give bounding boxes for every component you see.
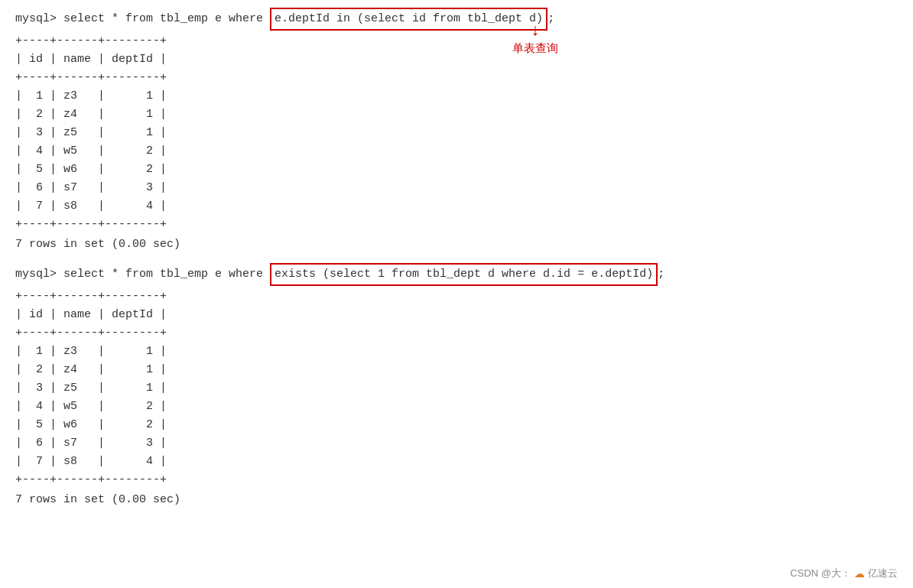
- query-block-2: mysql> select * from tbl_emp e where exi…: [15, 263, 898, 509]
- query-block-1: mysql> select * from tbl_emp e where e.d…: [15, 8, 898, 254]
- table1-sep-top: +----+------+--------+: [15, 32, 898, 50]
- table1-header: | id | name | deptId |: [15, 50, 898, 69]
- table2-header: | id | name | deptId |: [15, 306, 898, 324]
- query2-semicolon: ;: [658, 265, 664, 284]
- table1-row-4: | 5 | w6 | 2 |: [15, 161, 898, 179]
- table1-row-6: | 7 | s8 | 4 |: [15, 197, 898, 216]
- table2-row-4: | 5 | w6 | 2 |: [15, 416, 898, 434]
- table1-sep-bottom: +----+------+--------+: [15, 216, 898, 234]
- rows-info-1: 7 rows in set (0.00 sec): [15, 236, 898, 254]
- table2-row-3: | 4 | w5 | 2 |: [15, 398, 898, 416]
- arrow-down-icon: ↓: [530, 23, 540, 40]
- cloud-icon: ☁: [854, 567, 865, 580]
- table2-row-6: | 7 | s8 | 4 |: [15, 453, 898, 471]
- table1-row-3: | 4 | w5 | 2 |: [15, 142, 898, 161]
- query2-before: select * from tbl_emp e where: [63, 265, 270, 284]
- table1-row-5: | 6 | s7 | 3 |: [15, 179, 898, 197]
- mysql-prompt-2: mysql>: [15, 265, 63, 284]
- table1-row-2: | 3 | z5 | 1 |: [15, 124, 898, 142]
- table2-row-2: | 3 | z5 | 1 |: [15, 379, 898, 398]
- table1-row-0: | 1 | z3 | 1 |: [15, 87, 898, 106]
- query-line-2: mysql> select * from tbl_emp e where exi…: [15, 263, 898, 286]
- table2-row-5: | 6 | s7 | 3 |: [15, 434, 898, 453]
- table2-row-1: | 2 | z4 | 1 |: [15, 361, 898, 379]
- table2-sep-mid: +----+------+--------+: [15, 324, 898, 343]
- table2-row-0: | 1 | z3 | 1 |: [15, 343, 898, 361]
- table2-sep-bottom: +----+------+--------+: [15, 471, 898, 489]
- annotation-label: 单表查询: [512, 41, 558, 56]
- footer-brand: 亿速云: [868, 567, 898, 580]
- mysql-prompt-1: mysql>: [15, 10, 63, 28]
- query2-highlight: exists (select 1 from tbl_dept d where d…: [270, 263, 658, 286]
- annotation-area: ↓ 单表查询: [512, 23, 558, 56]
- table-output-1: +----+------+--------+ | id | name | dep…: [15, 32, 898, 234]
- table1-sep-mid: +----+------+--------+: [15, 69, 898, 87]
- rows-info-2: 7 rows in set (0.00 sec): [15, 491, 898, 509]
- footer: CSDN @大： ☁ 亿速云: [790, 567, 898, 580]
- query1-highlight: e.deptId in (select id from tbl_dept d): [270, 8, 547, 31]
- table-output-2: +----+------+--------+ | id | name | dep…: [15, 288, 898, 489]
- footer-text: CSDN @大：: [790, 567, 851, 580]
- query-line-1: mysql> select * from tbl_emp e where e.d…: [15, 8, 898, 31]
- table2-sep-top: +----+------+--------+: [15, 288, 898, 306]
- query1-before: select * from tbl_emp e where: [63, 10, 270, 28]
- table1-row-1: | 2 | z4 | 1 |: [15, 106, 898, 124]
